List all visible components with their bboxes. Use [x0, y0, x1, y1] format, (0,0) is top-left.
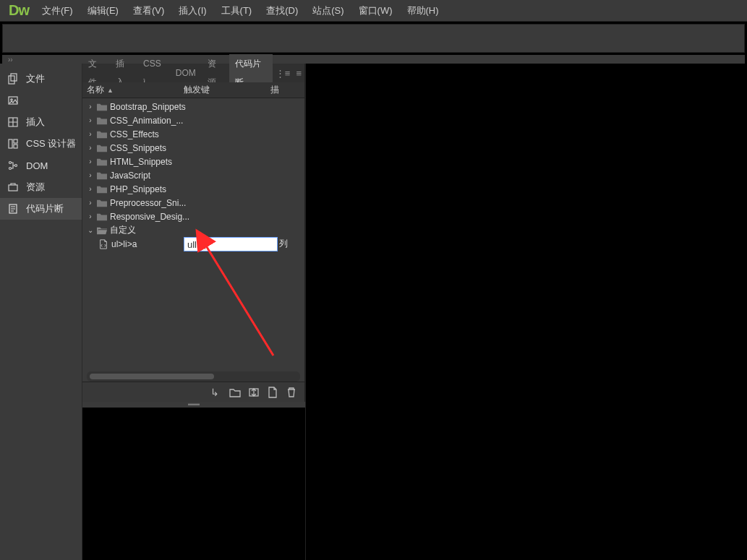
sidebar-item-assets[interactable]: 资源: [0, 176, 82, 198]
sidebar-item-label: DOM: [26, 160, 48, 171]
sidebar-item-cclibraries[interactable]: [0, 90, 82, 111]
new-folder-icon[interactable]: [229, 387, 241, 398]
chevron-right-icon[interactable]: ›: [87, 103, 94, 111]
folder-icon: [97, 130, 107, 139]
sidebar-item-label: 插入: [26, 116, 45, 129]
folder-label: CSS_Effects: [110, 129, 159, 139]
menu-view[interactable]: 查看(V): [126, 0, 171, 22]
chevron-right-icon[interactable]: ›: [87, 144, 94, 152]
sidebar-item-label: 文件: [26, 72, 45, 85]
panel-resize-grip[interactable]: ▬▬: [82, 402, 305, 408]
menu-insert[interactable]: 插入(I): [171, 0, 213, 22]
folder-icon: [97, 158, 107, 166]
insert-icon: [7, 116, 19, 128]
svg-rect-5: [9, 139, 12, 148]
svg-rect-1: [9, 76, 14, 84]
chevron-right-icon[interactable]: ›: [87, 185, 94, 193]
folder-label: Responsive_Desig...: [110, 212, 189, 222]
folder-label: CSS_Animation_...: [110, 116, 183, 126]
chevron-down-icon[interactable]: ⌄: [87, 226, 94, 234]
col-desc[interactable]: 描: [270, 84, 304, 96]
sort-asc-icon: ▲: [107, 87, 114, 94]
trash-icon[interactable]: [286, 387, 297, 398]
trigger-key-input[interactable]: ullia: [184, 237, 278, 251]
assets-icon: [7, 181, 19, 193]
folder-row[interactable]: › CSS_Animation_...: [82, 113, 304, 127]
menu-find[interactable]: 查找(D): [259, 0, 305, 22]
sidebar-item-css-designer[interactable]: CSS 设计器: [0, 133, 82, 155]
folder-label: HTML_Snippets: [110, 157, 172, 167]
sidebar-item-insert[interactable]: 插入: [0, 111, 82, 133]
folder-label: JavaScript: [110, 171, 150, 181]
snippets-panel: 文件 插入 CSS ì DOM 资源 代码片断 ⋮≡ ≡ 名称▲ 触发键 描 ›…: [82, 64, 305, 402]
menu-help[interactable]: 帮助(H): [400, 0, 446, 22]
folder-icon: [97, 144, 107, 152]
column-header: 名称▲ 触发键 描: [82, 82, 304, 98]
folder-row-custom[interactable]: ⌄ 自定义: [82, 223, 304, 237]
chevron-right-icon[interactable]: ›: [87, 158, 94, 165]
chevron-right-icon[interactable]: ›: [87, 212, 94, 220]
files-icon: [7, 73, 19, 85]
folder-icon: [97, 199, 107, 207]
svg-rect-11: [9, 185, 17, 191]
description-cell: 列: [279, 238, 288, 250]
folder-row[interactable]: › JavaScript: [82, 168, 304, 182]
folder-icon: [97, 212, 107, 221]
folder-label: Preprocessor_Sni...: [110, 198, 186, 208]
folder-label: Bootstrap_Snippets: [110, 102, 186, 112]
snippet-file-icon: [98, 239, 108, 249]
chevron-right-icon[interactable]: ›: [87, 171, 94, 179]
panel-footer: ↳: [82, 382, 304, 402]
menu-file[interactable]: 文件(F): [35, 0, 80, 22]
chevron-right-icon[interactable]: ›: [87, 130, 94, 138]
folder-row[interactable]: › Responsive_Desig...: [82, 210, 304, 223]
menu-bar: Dw 文件(F) 编辑(E) 查看(V) 插入(I) 工具(T) 查找(D) 站…: [0, 0, 747, 22]
app-logo: Dw: [3, 2, 35, 19]
horizontal-scrollbar[interactable]: [87, 371, 300, 382]
menu-tools[interactable]: 工具(T): [214, 0, 260, 22]
svg-rect-7: [14, 145, 17, 148]
snippet-tree: › Bootstrap_Snippets › CSS_Animation_...…: [82, 98, 304, 382]
folder-icon: [97, 103, 107, 111]
image-icon: [7, 95, 19, 106]
chevron-right-icon[interactable]: ›: [87, 199, 94, 207]
folder-label: PHP_Snippets: [110, 184, 166, 194]
menu-edit[interactable]: 编辑(E): [80, 0, 126, 22]
snippets-icon: [7, 203, 19, 215]
menu-window[interactable]: 窗口(W): [351, 0, 400, 22]
col-trigger[interactable]: 触发键: [184, 84, 270, 96]
sidebar-item-label: 资源: [26, 181, 45, 194]
sidebar-item-label: CSS 设计器: [26, 137, 76, 150]
sync-icon[interactable]: [248, 387, 260, 398]
folder-row[interactable]: › CSS_Effects: [82, 127, 304, 141]
sidebar-item-snippets[interactable]: 代码片断: [0, 198, 82, 220]
sidebar-item-files[interactable]: 文件: [0, 68, 82, 90]
folder-icon: [97, 171, 107, 180]
trigger-key-value: ullia: [187, 239, 204, 250]
folder-row[interactable]: › HTML_Snippets: [82, 155, 304, 168]
panel-collapse-icon[interactable]: ⋮≡: [273, 68, 294, 79]
tab-dom[interactable]: DOM: [170, 64, 202, 82]
folder-row[interactable]: › Preprocessor_Sni...: [82, 196, 304, 210]
svg-point-3: [11, 99, 12, 100]
menu-site[interactable]: 站点(S): [305, 0, 351, 22]
folder-row[interactable]: › PHP_Snippets: [82, 182, 304, 196]
dom-icon: [7, 160, 19, 171]
snippet-label: ul>li>a: [111, 239, 137, 249]
panel-tab-strip: 文件 插入 CSS ì DOM 资源 代码片断 ⋮≡ ≡: [82, 64, 304, 82]
new-snippet-icon[interactable]: [267, 387, 278, 398]
col-name[interactable]: 名称▲: [82, 84, 184, 96]
svg-rect-6: [14, 139, 17, 143]
folder-row[interactable]: › CSS_Snippets: [82, 141, 304, 155]
scrollbar-thumb[interactable]: [90, 374, 214, 379]
folder-open-icon: [97, 226, 107, 235]
folder-icon: [97, 116, 107, 125]
sidebar-item-dom[interactable]: DOM: [0, 155, 82, 176]
quick-toolbar: [2, 24, 745, 53]
left-panel-strip: 文件 插入 CSS 设计器 DOM: [0, 64, 82, 560]
panel-menu-icon[interactable]: ≡: [293, 68, 304, 79]
chevron-right-icon[interactable]: ›: [87, 116, 94, 124]
folder-label: 自定义: [110, 224, 136, 236]
folder-row[interactable]: › Bootstrap_Snippets: [82, 100, 304, 113]
insert-snippet-icon[interactable]: ↳: [210, 387, 222, 398]
